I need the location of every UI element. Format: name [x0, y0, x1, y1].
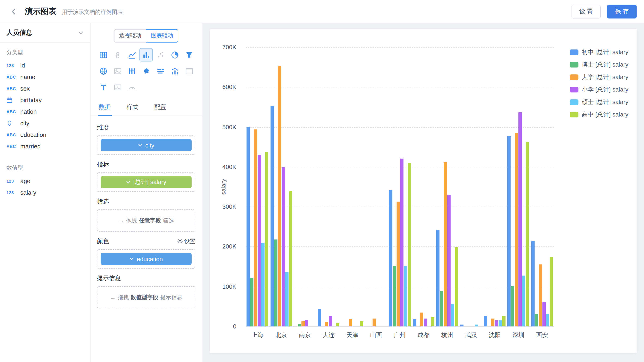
funnel-chart-icon[interactable]: [183, 49, 195, 61]
tab-配置[interactable]: 配置: [153, 99, 167, 116]
bar-大学-沈阳: [491, 318, 494, 327]
x-label-北京: 北京: [269, 331, 293, 339]
bar-小学-大连: [329, 316, 332, 326]
field-item-married[interactable]: ABCmarried: [0, 140, 90, 152]
map-chart-icon[interactable]: [140, 65, 152, 77]
settings-button[interactable]: 设 置: [572, 5, 601, 18]
tab-数据[interactable]: 数据: [98, 99, 112, 116]
color-section: 颜色 设置 education: [97, 237, 195, 269]
text-chart-icon[interactable]: [97, 81, 110, 93]
bar-group-西安: [530, 47, 554, 326]
chevron-down-icon[interactable]: [78, 30, 84, 35]
field-item-city[interactable]: city: [0, 117, 90, 129]
dimension-pill-label: city: [146, 142, 154, 149]
gridline-0: [246, 326, 554, 327]
save-button[interactable]: 保 存: [607, 5, 636, 18]
legend-item-初中[interactable]: 初中 [总计] salary: [570, 48, 628, 56]
color-settings-button[interactable]: 设置: [177, 237, 195, 245]
back-button[interactable]: [8, 5, 20, 18]
picture-chart-icon: [111, 81, 124, 93]
bar-小学-西安: [542, 302, 546, 326]
metric-dropzone[interactable]: [总计] salary: [97, 172, 195, 192]
app-window: 演示图表 用于演示文档的样例图表 设 置 保 存 人员信息 分类型123idAB…: [0, 0, 644, 362]
bar-博士-广州: [393, 266, 396, 326]
x-label-沈阳: 沈阳: [483, 331, 507, 339]
y-tick-600K: 600K: [222, 84, 236, 91]
bar-硕士-上海: [261, 243, 264, 326]
field-label: age: [20, 177, 30, 185]
chart-card: salary 0100K200K300K400K500K600K700K 上海北…: [210, 29, 636, 353]
page-subtitle: 用于演示文档的样例图表: [62, 8, 123, 16]
field-item-nation[interactable]: ABCnation: [0, 106, 90, 117]
geo-icon: [6, 120, 20, 126]
bar-初中-沈阳: [484, 315, 487, 326]
parallel-chart-icon[interactable]: [126, 65, 138, 77]
y-tick-700K: 700K: [222, 44, 236, 51]
legend-item-大学[interactable]: 大学 [总计] salary: [570, 73, 628, 81]
bar-高中-天津: [360, 321, 363, 326]
bar-group-深圳: [507, 47, 530, 326]
table-chart-icon[interactable]: [97, 49, 110, 61]
bar-小学-深圳: [519, 112, 522, 326]
x-label-西安: 西安: [530, 331, 554, 339]
field-label: education: [20, 131, 46, 138]
mode-tab-透视驱动[interactable]: 透视驱动: [114, 29, 146, 43]
color-dropzone[interactable]: education: [97, 249, 195, 269]
rose-chart-icon[interactable]: [97, 65, 110, 77]
dataset-name: 人员信息: [6, 29, 78, 37]
bar-group-北京: [269, 47, 293, 326]
legend-item-高中[interactable]: 高中 [总计] salary: [570, 110, 628, 119]
legend-item-小学[interactable]: 小学 [总计] salary: [570, 86, 628, 94]
y-tick-0: 0: [233, 323, 236, 330]
text-type-icon: ABC: [6, 132, 20, 137]
metric-pill-salary[interactable]: [总计] salary: [101, 176, 192, 188]
tooltip-dropzone[interactable]: → 拖拽数值型字段提示信息: [97, 286, 195, 308]
bar-初中-北京: [270, 106, 274, 326]
legend-swatch: [570, 87, 578, 92]
legend-item-博士[interactable]: 博士 [总计] salary: [570, 61, 628, 69]
dimension-dropzone[interactable]: city: [97, 135, 195, 155]
gauge-chart-icon: [126, 81, 138, 93]
tooltip-section: 提示信息 → 拖拽数值型字段提示信息: [97, 274, 195, 308]
mode-tab-图表驱动[interactable]: 图表驱动: [146, 29, 178, 43]
field-item-sex[interactable]: ABCsex: [0, 83, 90, 94]
line-chart-icon[interactable]: [126, 49, 138, 61]
field-item-salary[interactable]: 123salary: [0, 187, 90, 198]
dataset-header[interactable]: 人员信息: [0, 23, 90, 43]
y-tick-500K: 500K: [222, 123, 236, 130]
field-item-age[interactable]: 123age: [0, 175, 90, 187]
field-item-education[interactable]: ABCeducation: [0, 129, 90, 140]
bar-chart-icon[interactable]: [140, 49, 152, 61]
x-label-上海: 上海: [246, 331, 269, 339]
bar-高中-上海: [265, 152, 268, 326]
text-type-icon: ABC: [6, 144, 20, 149]
x-label-山西: 山西: [364, 331, 388, 339]
combo-chart-icon[interactable]: [168, 65, 181, 77]
calendar-icon: [6, 97, 20, 103]
filter-dropzone[interactable]: → 拖拽任意字段筛选: [97, 210, 195, 232]
bar-group-南京: [293, 47, 317, 326]
x-axis-labels: 上海北京南京大连天津山西广州成都杭州武汉沈阳深圳西安: [246, 331, 554, 339]
tab-样式[interactable]: 样式: [126, 99, 140, 116]
dimension-label: 维度: [97, 123, 109, 132]
field-label: city: [20, 120, 29, 127]
legend-item-硕士[interactable]: 硕士 [总计] salary: [570, 98, 628, 106]
drag-arrow-icon: →: [118, 217, 124, 224]
field-sidebar: 人员信息 分类型123idABCnameABCsexbirthdayABCnat…: [0, 23, 90, 362]
header-actions: 设 置 保 存: [572, 5, 637, 18]
number-card-icon: [111, 49, 124, 61]
pie-chart-icon[interactable]: [168, 49, 181, 61]
bar-硕士-杭州: [451, 304, 454, 326]
bar-初中-西安: [531, 241, 534, 326]
y-tick-300K: 300K: [222, 203, 236, 210]
dimension-pill-city[interactable]: city: [101, 139, 192, 151]
color-pill-education[interactable]: education: [101, 253, 192, 265]
bar-硕士-西安: [546, 314, 549, 326]
bar-大学-上海: [254, 129, 257, 327]
field-item-name[interactable]: ABCname: [0, 71, 90, 83]
field-item-birthday[interactable]: birthday: [0, 94, 90, 106]
bar-高中-成都: [431, 317, 434, 326]
chevron-left-icon: [10, 8, 18, 15]
field-item-id[interactable]: 123id: [0, 60, 90, 71]
wordcloud-chart-icon[interactable]: [154, 65, 167, 77]
